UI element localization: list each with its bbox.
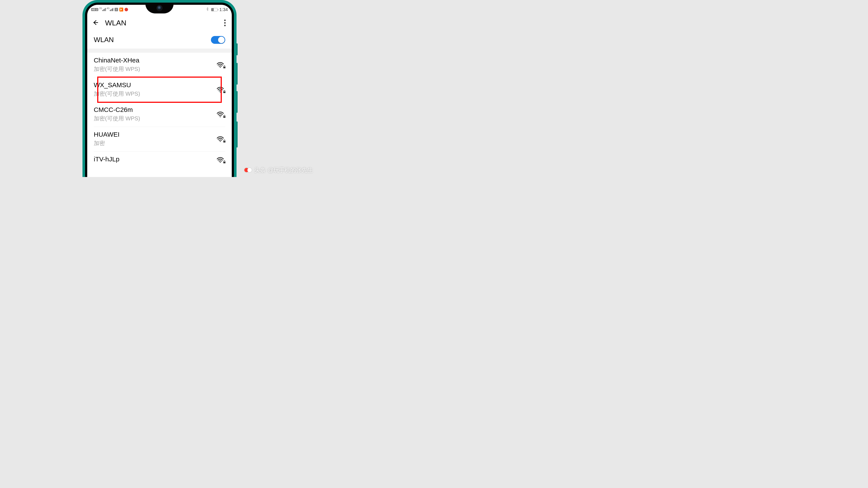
wlan-toggle-row[interactable]: WLAN	[87, 33, 232, 49]
svg-rect-6	[223, 116, 225, 118]
signal-2g-icon: 2G	[100, 8, 106, 11]
lock-icon	[223, 140, 226, 143]
svg-point-3	[220, 92, 221, 93]
lock-icon	[223, 90, 226, 93]
wlan-toggle-switch[interactable]	[211, 36, 225, 44]
network-subtitle: 加密(可使用 WPS)	[94, 90, 217, 98]
info-badge-icon: i	[115, 8, 118, 11]
network-list: ChinaNet-XHea加密(可使用 WPS)WX_SAMSU加密(可使用 W…	[87, 53, 232, 165]
network-name: iTV-hJLp	[94, 156, 217, 163]
network-subtitle: 加密(可使用 WPS)	[94, 115, 217, 122]
svg-rect-2	[223, 67, 225, 68]
screen: HD 2 2G 4G i	[87, 5, 232, 177]
network-text: iTV-hJLp	[94, 156, 217, 164]
watermark-prefix: 头条	[254, 166, 266, 174]
phone-frame: HD 2 2G 4G i	[83, 0, 237, 177]
network-text: HUAWEI加密	[94, 131, 217, 147]
svg-rect-4	[223, 92, 225, 93]
network-item[interactable]: CMCC-C26m加密(可使用 WPS)	[94, 102, 225, 127]
app-icon-circle	[125, 8, 128, 11]
svg-point-5	[220, 116, 221, 117]
battery-icon	[211, 8, 218, 11]
network-text: ChinaNet-XHea加密(可使用 WPS)	[94, 57, 217, 73]
overflow-menu-icon[interactable]	[223, 18, 227, 28]
wifi-signal-icon	[217, 86, 225, 93]
front-camera	[156, 5, 162, 11]
wlan-toggle-label: WLAN	[94, 36, 114, 44]
wifi-signal-icon	[217, 62, 225, 68]
watermark-handle: @玩手机的张先生	[268, 166, 313, 174]
svg-point-1	[220, 67, 221, 68]
network-text: WX_SAMSU加密(可使用 WPS)	[94, 82, 217, 98]
network-name: CMCC-C26m	[94, 106, 217, 113]
watermark: 头条 @玩手机的张先生	[244, 166, 313, 174]
hd-badge: HD 2	[91, 8, 98, 11]
toutiao-logo-icon	[244, 166, 252, 174]
wifi-signal-icon	[217, 136, 225, 142]
side-button	[236, 91, 238, 113]
lock-icon	[223, 65, 226, 69]
svg-rect-10	[223, 162, 225, 163]
side-button	[236, 63, 238, 85]
wifi-signal-icon	[217, 157, 225, 163]
svg-point-7	[220, 141, 221, 142]
bluetooth-icon	[206, 7, 209, 12]
wifi-signal-icon	[217, 111, 225, 118]
network-item[interactable]: ChinaNet-XHea加密(可使用 WPS)	[94, 53, 225, 77]
network-subtitle: 加密(可使用 WPS)	[94, 65, 217, 73]
side-button	[236, 43, 238, 55]
lock-icon	[223, 161, 226, 164]
section-divider	[87, 49, 232, 53]
app-icon-video	[119, 8, 123, 11]
network-name: WX_SAMSU	[94, 82, 217, 89]
network-item[interactable]: WX_SAMSU加密(可使用 WPS)	[94, 77, 225, 102]
network-name: HUAWEI	[94, 131, 217, 138]
page-title: WLAN	[105, 19, 126, 27]
network-name: ChinaNet-XHea	[94, 57, 217, 64]
svg-rect-8	[223, 141, 225, 142]
app-header: WLAN	[87, 14, 232, 33]
status-clock: 1:34	[219, 7, 228, 12]
svg-point-9	[220, 162, 221, 163]
network-item[interactable]: HUAWEI加密	[94, 127, 225, 152]
network-subtitle: 加密	[94, 139, 217, 147]
network-item[interactable]: iTV-hJLp	[94, 152, 225, 165]
lock-icon	[223, 115, 226, 118]
back-arrow-icon[interactable]	[92, 19, 99, 27]
network-text: CMCC-C26m加密(可使用 WPS)	[94, 106, 217, 122]
signal-4g-icon: 4G	[107, 8, 114, 11]
side-button	[236, 122, 238, 148]
